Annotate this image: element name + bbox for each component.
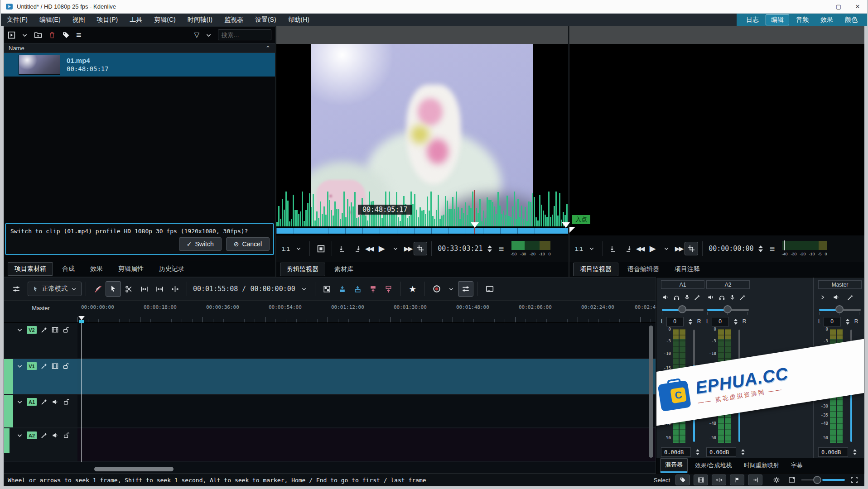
horizontal-scrollbar[interactable]	[94, 467, 174, 471]
solo-icon[interactable]	[673, 294, 680, 301]
set-out-point-icon[interactable]	[621, 242, 634, 255]
track-lock-icon[interactable]	[63, 432, 69, 439]
record-arm-icon[interactable]	[729, 294, 735, 301]
zoom-chevron-icon[interactable]	[585, 242, 598, 255]
workspace-effects[interactable]: 效果	[815, 15, 838, 25]
balance-slider[interactable]	[661, 305, 704, 314]
menu-help[interactable]: 帮助(H)	[282, 14, 315, 25]
zone-mode-icon[interactable]	[685, 242, 698, 255]
zone-mode-icon[interactable]	[414, 242, 427, 255]
track-effects-icon[interactable]	[41, 326, 48, 333]
track-name-badge[interactable]: V2	[27, 326, 37, 334]
rewind-icon[interactable]: ◀◀	[363, 242, 375, 255]
track-lane-v2[interactable]	[77, 323, 656, 358]
zoom-level[interactable]: 1:1	[575, 245, 583, 252]
balance-slider[interactable]	[818, 305, 862, 314]
monitor-menu-icon[interactable]: ≡	[495, 242, 508, 255]
search-input[interactable]	[218, 29, 271, 40]
zoom-slider-knob[interactable]	[813, 476, 821, 484]
tab-clip-monitor[interactable]: 剪辑监视器	[280, 263, 325, 276]
filter-chevron-icon[interactable]	[206, 32, 212, 38]
forward-icon[interactable]: ▶▶	[673, 242, 685, 255]
mute-icon[interactable]	[833, 294, 840, 301]
add-clip-chevron-icon[interactable]	[22, 32, 28, 38]
pan-spinner[interactable]	[734, 319, 738, 325]
monitor-menu-icon[interactable]: ≡	[766, 242, 779, 255]
timeline-settings-icon[interactable]	[9, 281, 24, 297]
tab-effect-stack[interactable]: 效果/合成堆栈	[690, 459, 737, 472]
zoom-level[interactable]: 1:1	[282, 245, 290, 252]
timecode-spinner[interactable]	[758, 245, 763, 252]
solo-icon[interactable]	[719, 294, 725, 301]
resize-tool-icon[interactable]	[152, 281, 167, 297]
zoom-fit-icon[interactable]	[849, 475, 860, 485]
collapse-icon[interactable]: ⌃	[265, 45, 270, 52]
menu-timeline[interactable]: 时间轴(I)	[182, 14, 218, 25]
track-lock-icon[interactable]	[63, 398, 69, 405]
tab-project-notes[interactable]: 项目注释	[668, 263, 706, 276]
menu-file[interactable]: 文件(F)	[1, 14, 34, 25]
set-in-point-icon[interactable]	[607, 242, 621, 255]
favorite-effects-icon[interactable]: ★	[405, 281, 420, 297]
workspace-color[interactable]: 颜色	[840, 15, 863, 25]
rewind-icon[interactable]: ◀◀	[634, 242, 646, 255]
pan-value-box[interactable]: 0	[824, 317, 841, 326]
track-header-a2[interactable]: A2	[4, 428, 77, 461]
insert-zone-icon[interactable]	[335, 281, 350, 297]
tab-speech-editor[interactable]: 语音编辑器	[621, 263, 665, 276]
menu-project[interactable]: 项目(P)	[91, 14, 124, 25]
bin-name-column-header[interactable]: Name ⌃	[4, 43, 275, 53]
master-db-value[interactable]: 0.00dB	[818, 447, 848, 457]
filter-icon[interactable]: ▽	[194, 31, 199, 39]
fit-timeline-icon[interactable]	[786, 475, 798, 485]
channel-effects-icon[interactable]	[739, 294, 746, 301]
switch-button[interactable]: ✓ Switch	[179, 237, 222, 251]
play-chevron-icon[interactable]	[389, 242, 402, 255]
lift-zone-icon[interactable]	[381, 281, 396, 297]
mix-clips-icon[interactable]	[90, 281, 106, 297]
tag-icon[interactable]	[62, 31, 70, 39]
timeline-ruler[interactable]: Master 00:00:00:00 00:00:18:00 00:00:36:…	[4, 301, 656, 323]
track-lane-v1[interactable]	[77, 359, 656, 394]
overwrite-zone-icon[interactable]	[350, 281, 366, 297]
track-video-icon[interactable]	[52, 363, 58, 369]
clip-monitor-timecode[interactable]: 00:33:03:21	[438, 244, 482, 253]
workspace-logging[interactable]: 日志	[741, 15, 764, 25]
track-collapse-icon[interactable]	[17, 363, 23, 369]
collapse-right-icon[interactable]	[820, 294, 825, 300]
menu-monitor[interactable]: 监视器	[218, 14, 249, 25]
play-icon[interactable]: ▶	[646, 242, 660, 255]
workspace-editing[interactable]: 编辑	[766, 14, 789, 25]
track-lane-a1[interactable]	[77, 395, 656, 427]
track-effects-icon[interactable]	[41, 363, 48, 369]
tab-effects[interactable]: 效果	[84, 263, 109, 275]
track-header-v2[interactable]: V2	[4, 323, 77, 358]
menu-clip[interactable]: 剪辑(C)	[148, 14, 181, 25]
frame-grab-icon[interactable]	[314, 242, 328, 255]
track-audio-icon[interactable]	[52, 398, 59, 405]
timeline-position-timecode[interactable]: 00:01:55:08 / 00:00:00:00	[193, 285, 295, 293]
tab-compositions[interactable]: 合成	[56, 263, 81, 275]
selection-tool-icon[interactable]	[106, 281, 121, 297]
balance-slider[interactable]	[706, 305, 750, 314]
track-effects-icon[interactable]	[41, 398, 48, 405]
channel-effects-icon[interactable]	[847, 294, 854, 301]
track-header-v1[interactable]: V1	[4, 359, 77, 394]
play-chevron-icon[interactable]	[660, 242, 673, 255]
set-in-point-icon[interactable]	[336, 242, 350, 255]
pan-spinner[interactable]	[689, 319, 692, 325]
channel-effects-icon[interactable]	[694, 294, 701, 301]
tab-project-monitor[interactable]: 项目监视器	[573, 263, 618, 276]
track-effects-icon[interactable]	[41, 432, 48, 439]
track-name-badge[interactable]: A2	[27, 431, 37, 439]
record-arm-icon[interactable]	[684, 294, 690, 301]
pan-spinner[interactable]	[846, 319, 849, 325]
add-clip-icon[interactable]	[8, 31, 15, 39]
forward-icon[interactable]: ▶▶	[402, 242, 414, 255]
record-icon[interactable]	[429, 281, 444, 297]
tab-project-bin[interactable]: 项目素材箱	[8, 262, 53, 276]
project-monitor-timecode[interactable]: 00:00:00:00	[709, 244, 753, 253]
subtitle-toggle-icon[interactable]	[482, 281, 497, 297]
zone-marker[interactable]	[471, 222, 479, 228]
menu-settings[interactable]: 设置(S)	[249, 14, 282, 25]
